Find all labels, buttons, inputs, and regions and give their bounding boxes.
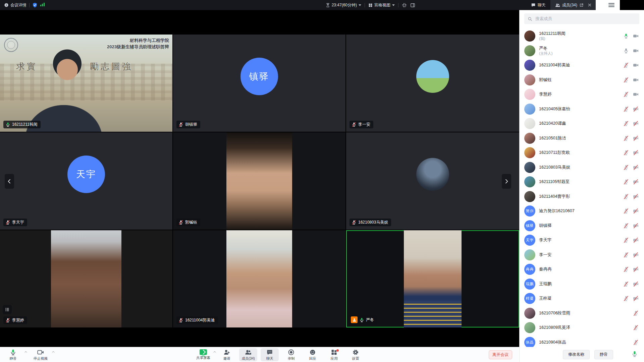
member-camera-icon[interactable] (633, 237, 639, 243)
members-button[interactable]: 成员(34) (239, 348, 257, 361)
network-signal-icon[interactable] (40, 3, 45, 7)
member-row[interactable]: 琨鹏 王琨鹏 (520, 277, 644, 292)
exit-fullscreen-icon[interactable] (402, 3, 407, 8)
member-mic-icon[interactable] (623, 237, 629, 243)
member-row[interactable]: 冉冉 秦冉冉 (520, 262, 644, 277)
member-camera-icon[interactable] (633, 179, 639, 185)
member-mic-icon[interactable] (623, 252, 629, 258)
chat-button[interactable]: 聊天 (261, 348, 279, 361)
member-row[interactable]: 镇驿 胡镇驿 (520, 219, 644, 233)
member-mic-icon[interactable] (623, 296, 629, 301)
member-mic-icon[interactable] (623, 223, 629, 229)
reactions-button[interactable]: 回应 (304, 348, 322, 361)
member-mic-icon[interactable] (623, 150, 629, 156)
member-camera-icon[interactable] (633, 77, 639, 83)
member-camera-icon[interactable] (633, 33, 639, 39)
member-mic-icon[interactable] (623, 106, 629, 112)
search-box[interactable] (524, 13, 639, 24)
video-tile-litianyu[interactable]: 天宇 李天宇 (0, 132, 172, 230)
member-mic-icon[interactable] (623, 135, 629, 141)
member-mic-icon[interactable] (623, 194, 629, 199)
video-tile-guochengyu[interactable]: 郭铖钰 (173, 132, 345, 230)
member-mic-icon[interactable] (623, 121, 629, 126)
close-panel-icon[interactable] (588, 3, 592, 7)
member-row[interactable]: 严冬 (主持人) (520, 44, 644, 58)
member-mic-icon[interactable] (623, 62, 629, 68)
member-camera-icon[interactable] (633, 106, 639, 112)
side-panel-toggle-icon[interactable] (410, 3, 415, 8)
member-camera-icon[interactable] (633, 223, 639, 229)
member-row[interactable]: 16211404曹宇彤 (520, 189, 644, 204)
video-tile-mameiyu[interactable]: 16210803马美娱 (346, 132, 519, 230)
member-camera-icon[interactable] (633, 296, 639, 301)
member-row[interactable]: 16210501陈洁 (520, 131, 644, 146)
member-camera-icon[interactable] (633, 252, 639, 258)
footer-mic-indicator-icon[interactable] (631, 351, 638, 357)
member-mic-icon[interactable] (623, 33, 629, 39)
view-mode-selector[interactable]: 宫格视图 (368, 2, 395, 8)
meeting-details-button[interactable]: 会议详情 (4, 2, 26, 8)
member-row[interactable]: 16210809巩英泽 (520, 320, 644, 335)
member-row[interactable]: 郭铖钰 (520, 73, 644, 87)
chevron-up-icon[interactable] (24, 350, 28, 354)
member-row[interactable]: 16210405张嘉怡 (520, 102, 644, 117)
video-tile-huzhenyi[interactable]: 镇驿 胡镇驿 (173, 35, 345, 132)
popout-panel-icon[interactable] (579, 3, 584, 7)
member-row[interactable]: 16210420谭鑫 (520, 116, 644, 131)
video-tile-guomeidi[interactable]: 16211004郭美迪 (173, 230, 345, 327)
member-mic-icon[interactable] (623, 179, 629, 185)
prev-page-button[interactable] (5, 174, 14, 189)
mute-member-button[interactable]: 静音 (594, 350, 613, 359)
member-camera-icon[interactable] (633, 208, 639, 214)
member-camera-icon[interactable] (633, 266, 639, 272)
member-mic-icon[interactable] (623, 165, 629, 170)
tab-members[interactable]: 成员(34) (550, 0, 579, 10)
member-mic-icon[interactable] (623, 48, 629, 54)
member-camera-icon[interactable] (633, 92, 639, 97)
member-row[interactable]: 张晶 16210904张晶 (520, 335, 644, 347)
member-row[interactable]: 16210803马美娱 (520, 160, 644, 175)
search-input[interactable] (535, 16, 636, 21)
invite-button[interactable]: 邀请 (218, 348, 236, 361)
member-camera-icon[interactable] (633, 165, 639, 170)
speaker-list-icon[interactable] (3, 305, 12, 314)
member-camera-icon[interactable] (633, 121, 639, 126)
member-row[interactable]: 李一安 (520, 248, 644, 262)
member-row[interactable]: 16210706段雪雨 (520, 306, 644, 321)
stop-video-button[interactable]: 停止视频 (32, 348, 50, 361)
chevron-up-icon[interactable] (52, 350, 55, 354)
tab-chat[interactable]: 聊天 (526, 0, 550, 10)
next-page-button[interactable] (502, 174, 511, 189)
video-tile-yandong[interactable]: 严冬 (346, 230, 519, 327)
member-mic-icon[interactable] (623, 92, 629, 97)
video-tile-lihuiting[interactable]: 李慧婷 (0, 230, 172, 327)
record-button[interactable]: 录制 (282, 348, 300, 361)
share-screen-button[interactable]: 共享屏幕 (193, 348, 214, 361)
member-mic-icon[interactable] (623, 266, 629, 272)
video-tile-liyian[interactable]: 李一安 (346, 35, 519, 132)
member-camera-icon[interactable] (633, 194, 639, 199)
member-camera-icon[interactable] (633, 48, 639, 54)
member-row[interactable]: 16211211韩闻 (我) (520, 29, 644, 44)
member-row[interactable]: 李慧婷 (520, 87, 644, 102)
settings-button[interactable]: 设置 (346, 348, 365, 361)
member-mic-icon[interactable] (623, 281, 629, 287)
leave-meeting-button[interactable]: 离开会议 (489, 350, 512, 359)
member-row[interactable]: 16211105邹韪至 (520, 175, 644, 189)
member-mic-icon[interactable] (633, 340, 639, 345)
member-row[interactable]: 16211004郭美迪 (520, 58, 644, 73)
member-mic-icon[interactable] (623, 77, 629, 83)
member-mic-icon[interactable] (633, 325, 639, 330)
member-row[interactable]: 梓凝 王梓凝 (520, 291, 644, 306)
member-mic-icon[interactable] (623, 208, 629, 214)
member-camera-icon[interactable] (633, 150, 639, 156)
member-camera-icon[interactable] (633, 62, 639, 68)
member-camera-icon[interactable] (633, 135, 639, 141)
rename-button[interactable]: 修改名称 (563, 350, 590, 359)
meeting-timer[interactable]: 23:47(60分钟) (326, 2, 361, 8)
member-camera-icon[interactable] (633, 281, 639, 287)
member-row[interactable]: 努尔 迪力努尔16210607 (520, 204, 644, 219)
security-shield-icon[interactable] (32, 2, 38, 8)
member-row[interactable]: 16210711彭竞欧 (520, 145, 644, 160)
mute-button[interactable]: 静音 (4, 348, 22, 361)
